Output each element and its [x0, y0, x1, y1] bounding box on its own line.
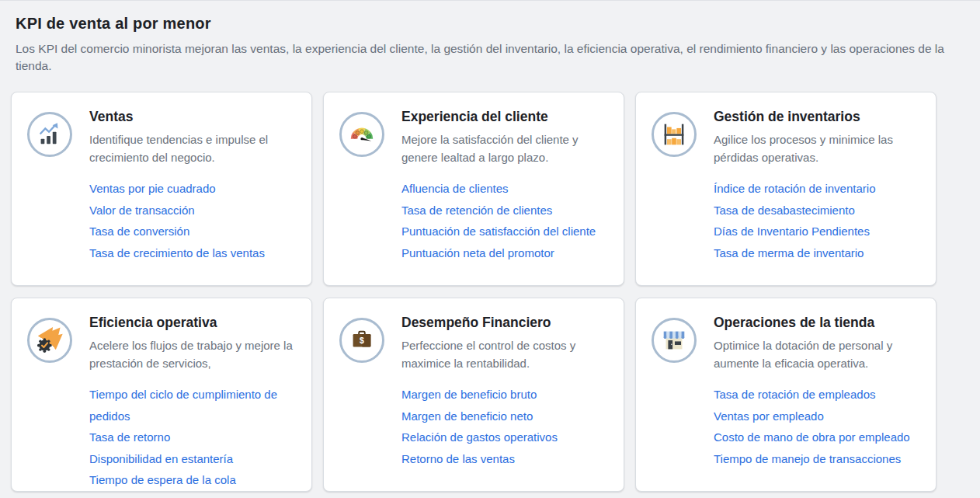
page-header: KPI de venta al por menor Los KPI del co… [0, 1, 980, 75]
kpi-link[interactable]: Tiempo del ciclo de cumplimiento de pedi… [89, 384, 299, 427]
card-description: Mejore la satisfacción del cliente y gen… [401, 131, 611, 166]
kpi-link[interactable]: Tiempo de espera de la cola [89, 469, 299, 491]
kpi-link[interactable]: Disponibilidad en estantería [89, 448, 299, 470]
kpi-link[interactable]: Ventas por empleado [714, 406, 923, 427]
kpi-link[interactable]: Ventas por pie cuadrado [89, 178, 299, 200]
card-icon-ring [652, 112, 697, 157]
kpi-link-list: Índice de rotación de inventarioTasa de … [714, 178, 923, 263]
kpi-link-list: Tasa de rotación de empleadosVentas por … [714, 384, 923, 469]
gear-arrows-icon [35, 326, 64, 355]
card-icon-ring [339, 112, 384, 157]
kpi-card-ventas: Ventas Identifique tendencias e impulse … [11, 92, 312, 286]
kpi-link[interactable]: Tasa de retorno [89, 427, 299, 448]
card-title: Ventas [89, 109, 299, 125]
svg-text:$: $ [360, 336, 364, 345]
card-title: Desempeño Financiero [401, 315, 611, 331]
kpi-card-eficiencia-operativa: Eficiencia operativa Acelere los flujos … [11, 298, 312, 492]
kpi-link[interactable]: Retorno de las ventas [401, 448, 611, 470]
kpi-link[interactable]: Tasa de conversión [89, 221, 299, 242]
kpi-card-gestion-de-inventarios: Gestión de inventarios Agilice los proce… [635, 92, 937, 286]
card-icon-ring [27, 318, 72, 363]
card-description: Agilice los procesos y minimice las pérd… [714, 131, 923, 166]
kpi-card-grid: Ventas Identifique tendencias e impulse … [11, 92, 937, 492]
kpi-link[interactable]: Tasa de merma de inventario [714, 242, 923, 264]
kpi-link[interactable]: Puntuación neta del promotor [401, 242, 611, 264]
storefront-icon [659, 326, 689, 355]
card-description: Optimice la dotación de personal y aumen… [714, 336, 923, 372]
card-description: Acelere los flujos de trabajo y mejore l… [89, 336, 299, 372]
kpi-link[interactable]: Tasa de crecimiento de las ventas [89, 242, 299, 264]
kpi-link-list: Afluencia de clientesTasa de retención d… [401, 178, 611, 263]
page-title: KPI de venta al por menor [16, 15, 964, 33]
card-title: Eficiencia operativa [89, 315, 299, 331]
kpi-link[interactable]: Afluencia de clientes [401, 178, 611, 200]
kpi-card-desempeno-financiero: $ Desempeño Financiero Perfeccione el co… [323, 298, 624, 492]
card-title: Gestión de inventarios [714, 109, 923, 125]
kpi-card-operaciones-de-la-tienda: Operaciones de la tienda Optimice la dot… [635, 298, 937, 492]
kpi-link-list: Margen de beneficio brutoMargen de benef… [401, 384, 611, 469]
satisfaction-gauge-icon [347, 120, 377, 149]
briefcase-dollar-icon: $ [347, 326, 377, 355]
kpi-link[interactable]: Tiempo de manejo de transacciones [714, 448, 923, 470]
inventory-shelf-icon [659, 120, 689, 149]
page-description: Los KPI del comercio minorista mejoran l… [16, 40, 964, 75]
kpi-link[interactable]: Índice de rotación de inventario [714, 178, 923, 200]
sales-trend-icon [35, 120, 64, 149]
card-icon-ring: $ [339, 318, 384, 363]
card-description: Identifique tendencias e impulse el crec… [89, 131, 299, 166]
card-title: Operaciones de la tienda [714, 315, 923, 331]
card-title: Experiencia del cliente [401, 109, 611, 125]
kpi-card-experiencia-del-cliente: Experiencia del cliente Mejore la satisf… [323, 92, 624, 286]
kpi-link[interactable]: Margen de beneficio neto [401, 406, 611, 427]
kpi-link[interactable]: Tasa de retención de clientes [401, 200, 611, 221]
kpi-link[interactable]: Relación de gastos operativos [401, 427, 611, 448]
card-icon-ring [652, 318, 697, 363]
kpi-link[interactable]: Tasa de rotación de empleados [714, 384, 923, 406]
kpi-link[interactable]: Valor de transacción [89, 200, 299, 221]
kpi-link[interactable]: Tasa de desabastecimiento [714, 200, 923, 221]
kpi-link[interactable]: Costo de mano de obra por empleado [714, 427, 923, 448]
kpi-link[interactable]: Días de Inventario Pendientes [714, 221, 923, 242]
kpi-link[interactable]: Margen de beneficio bruto [401, 384, 611, 406]
kpi-link-list: Tiempo del ciclo de cumplimiento de pedi… [89, 384, 299, 491]
kpi-link-list: Ventas por pie cuadradoValor de transacc… [89, 178, 299, 263]
kpi-link[interactable]: Puntuación de satisfacción del cliente [401, 221, 611, 242]
card-description: Perfeccione el control de costos y maxim… [401, 336, 611, 372]
card-icon-ring [27, 112, 72, 157]
